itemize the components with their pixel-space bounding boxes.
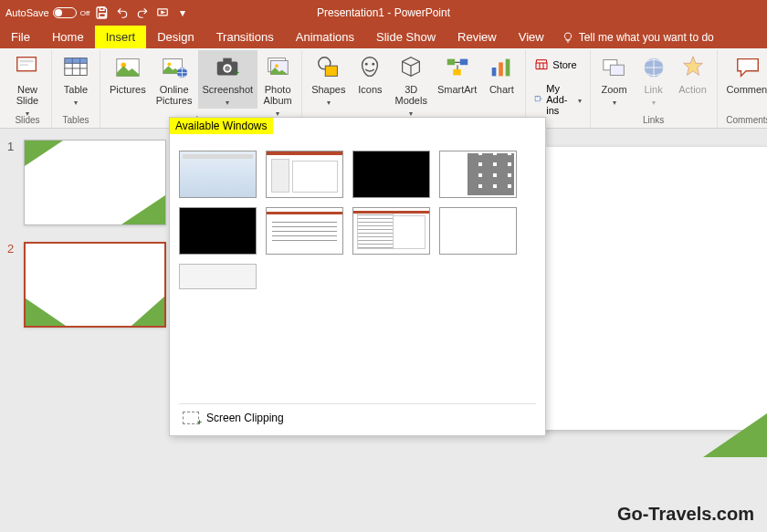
new-slide-label: New Slide (16, 84, 38, 106)
tab-animations[interactable]: Animations (285, 26, 365, 48)
table-button[interactable]: Table (57, 50, 95, 109)
tab-review[interactable]: Review (447, 26, 508, 48)
zoom-label: Zoom (602, 84, 627, 95)
chart-icon (487, 53, 516, 82)
chevron-down-icon (74, 95, 78, 108)
link-label: Link (644, 84, 662, 95)
tab-insert[interactable]: Insert (95, 26, 147, 48)
start-from-beginning-icon[interactable] (155, 5, 170, 20)
undo-icon[interactable] (115, 5, 130, 20)
svg-rect-0 (100, 14, 106, 17)
group-tables-label: Tables (63, 115, 89, 125)
tab-view[interactable]: View (508, 26, 555, 48)
screenshot-icon: + (213, 53, 242, 82)
3d-models-button[interactable]: 3D Models (390, 50, 431, 120)
screen-clipping-button[interactable]: Screen Clipping (179, 403, 536, 428)
action-icon (678, 53, 708, 82)
svg-rect-29 (447, 59, 454, 66)
autosave-toggle[interactable]: AutoSave Off (5, 7, 89, 18)
new-slide-button[interactable]: New Slide (8, 50, 47, 120)
icons-label: Icons (358, 84, 382, 95)
save-icon[interactable] (95, 5, 110, 20)
screenshot-label: Screenshot (203, 84, 254, 95)
my-addins-button[interactable]: My Add-ins (531, 81, 584, 118)
3d-models-icon (396, 53, 426, 82)
comment-icon (733, 53, 762, 82)
online-pictures-button[interactable]: Online Pictures (152, 50, 197, 107)
autosave-state: Off (80, 9, 90, 17)
zoom-button[interactable]: Zoom (595, 50, 634, 109)
title-bar: AutoSave Off ▾ Presentation1 - PowerPoin… (0, 0, 767, 26)
tab-file[interactable]: File (0, 26, 41, 48)
comment-button[interactable]: Comment (722, 50, 767, 96)
tab-slideshow[interactable]: Slide Show (365, 26, 447, 48)
chevron-down-icon (652, 95, 656, 108)
smartart-icon (443, 53, 472, 82)
smartart-label: SmartArt (437, 84, 477, 95)
shapes-button[interactable]: Shapes (307, 50, 350, 109)
slide-thumbnail-1[interactable]: 1 (7, 140, 166, 225)
slide-preview (24, 242, 166, 328)
screen-clipping-label: Screen Clipping (206, 412, 284, 424)
window-thumbnail[interactable] (179, 207, 257, 255)
slide-thumbnail-pane[interactable]: 1 2 (0, 129, 173, 532)
window-thumbnail[interactable] (266, 151, 343, 198)
tab-home[interactable]: Home (41, 26, 95, 48)
svg-rect-26 (325, 66, 337, 76)
chart-button[interactable]: Chart (482, 50, 520, 96)
slide-thumbnail-2[interactable]: 2 (7, 242, 166, 328)
comment-label: Comment (727, 84, 767, 95)
photo-album-button[interactable]: Photo Album (258, 50, 297, 120)
action-label: Action (678, 84, 707, 95)
svg-rect-31 (453, 69, 460, 76)
window-thumbnail[interactable] (439, 151, 517, 198)
screenshot-button[interactable]: + Screenshot (198, 50, 258, 109)
store-button[interactable]: Store (531, 56, 580, 74)
table-icon (61, 53, 90, 82)
svg-rect-30 (459, 59, 467, 66)
store-label: Store (552, 59, 576, 70)
slide-accent-shape (703, 339, 767, 457)
chart-label: Chart (489, 84, 514, 95)
watermark: Go-Travels.com (617, 504, 754, 525)
link-button[interactable]: Link (635, 50, 673, 109)
window-thumbnail[interactable] (266, 207, 343, 255)
window-thumbnails-row3 (170, 264, 545, 298)
tell-me-search[interactable]: Tell me what you want to do (555, 26, 721, 48)
group-slides-label: Slides (15, 115, 39, 125)
slide-number: 2 (7, 242, 18, 328)
photo-album-label: Photo Album (264, 84, 292, 106)
window-thumbnail[interactable] (352, 151, 430, 198)
tab-design[interactable]: Design (146, 26, 205, 48)
window-thumbnail[interactable] (179, 264, 257, 289)
table-label: Table (64, 84, 88, 95)
svg-rect-37 (610, 65, 624, 75)
chevron-down-icon (226, 95, 229, 108)
group-links-label: Links (643, 115, 664, 125)
window-thumbnail[interactable] (179, 151, 257, 198)
my-addins-label: My Add-ins (546, 83, 573, 116)
slide-accent-shape (121, 195, 165, 224)
qat-more-icon[interactable]: ▾ (175, 5, 190, 20)
action-button[interactable]: Action (674, 50, 712, 96)
redo-icon[interactable] (135, 5, 150, 20)
chevron-down-icon (578, 94, 582, 105)
tab-transitions[interactable]: Transitions (205, 26, 285, 48)
svg-point-20 (226, 66, 231, 71)
window-thumbnails (170, 134, 545, 207)
pictures-label: Pictures (110, 84, 146, 95)
smartart-button[interactable]: SmartArt (433, 50, 481, 96)
ribbon-tabs: File Home Insert Design Transitions Anim… (0, 26, 767, 48)
window-thumbnail[interactable] (439, 207, 517, 255)
tell-me-placeholder: Tell me what you want to do (579, 31, 714, 44)
window-thumbnails-row2 (170, 207, 545, 264)
pictures-button[interactable]: Pictures (105, 50, 151, 96)
autosave-label: AutoSave (5, 7, 49, 18)
slide-accent-shape (26, 298, 66, 326)
screen-clipping-icon (183, 412, 199, 424)
lightbulb-icon (562, 32, 573, 43)
window-thumbnail[interactable] (352, 207, 430, 255)
new-slide-icon (13, 53, 42, 82)
svg-point-27 (365, 63, 368, 66)
icons-button[interactable]: Icons (351, 50, 389, 96)
